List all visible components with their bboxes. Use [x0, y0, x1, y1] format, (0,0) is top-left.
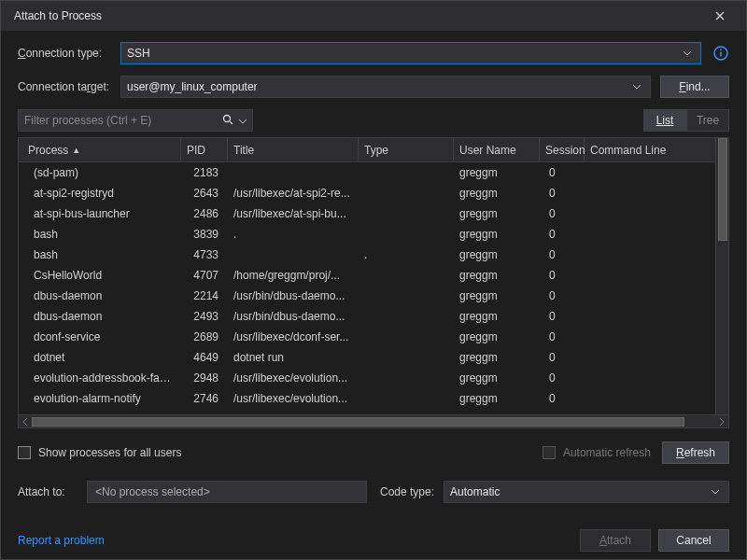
- cell-session: 0: [540, 228, 585, 241]
- cell-session: 0: [540, 187, 585, 200]
- info-icon[interactable]: [712, 45, 729, 62]
- window-title: Attach to Process: [14, 9, 102, 22]
- col-session[interactable]: Session: [540, 138, 585, 161]
- table-row[interactable]: dconf-service2689/usr/libexec/dconf-ser.…: [19, 327, 715, 347]
- code-type-combo[interactable]: Automatic: [444, 481, 729, 503]
- close-button[interactable]: [701, 3, 739, 29]
- scroll-left-icon[interactable]: [19, 415, 32, 428]
- table-row[interactable]: (sd-pam)2183greggm0: [19, 162, 715, 183]
- col-title[interactable]: Title: [228, 138, 359, 161]
- chevron-down-icon[interactable]: [680, 43, 695, 63]
- table-row[interactable]: bash4733.greggm0: [19, 245, 715, 265]
- automatic-refresh-checkbox: Automatic refresh: [543, 446, 651, 459]
- cell-title: /usr/libexec/dconf-ser...: [228, 330, 359, 343]
- connection-target-value: user@my_linux_computer: [127, 80, 258, 93]
- cell-pid: 2214: [181, 289, 228, 302]
- table-row[interactable]: CsHelloWorld4707/home/greggm/proj/...gre…: [19, 265, 715, 286]
- checkbox-icon[interactable]: [18, 446, 31, 459]
- connection-target-combo[interactable]: user@my_linux_computer: [120, 76, 651, 98]
- table-row[interactable]: evolution-addressbook-factory2948/usr/li…: [19, 368, 715, 388]
- table-row[interactable]: dotnet4649dotnet rungreggm0: [19, 347, 715, 368]
- scrollbar-thumb[interactable]: [718, 138, 727, 241]
- cell-title: /home/greggm/proj/...: [228, 269, 359, 282]
- connection-type-combo[interactable]: SSH: [120, 42, 701, 64]
- col-user[interactable]: User Name: [454, 138, 540, 161]
- table-row[interactable]: at-spi-bus-launcher2486/usr/libexec/at-s…: [19, 203, 715, 224]
- scroll-right-icon[interactable]: [715, 415, 728, 428]
- cell-pid: 2643: [181, 187, 228, 200]
- chevron-down-icon[interactable]: [629, 77, 644, 97]
- refresh-button[interactable]: Refresh: [662, 441, 729, 464]
- svg-rect-1: [720, 52, 722, 57]
- cell-user: greggm: [454, 187, 540, 200]
- cell-user: greggm: [454, 166, 540, 179]
- col-pid[interactable]: PID: [181, 138, 228, 161]
- report-problem-link[interactable]: Report a problem: [18, 534, 105, 547]
- svg-rect-2: [720, 49, 722, 51]
- cell-user: greggm: [454, 269, 540, 282]
- show-all-users-label: Show processes for all users: [38, 446, 181, 459]
- cell-user: greggm: [454, 228, 540, 241]
- col-type[interactable]: Type: [359, 138, 454, 161]
- cell-process: dotnet: [19, 351, 181, 364]
- cell-pid: 3839: [181, 228, 228, 241]
- cell-session: 0: [540, 310, 585, 323]
- search-icon[interactable]: [222, 114, 233, 128]
- svg-point-3: [224, 115, 231, 121]
- cancel-button[interactable]: Cancel: [658, 529, 729, 552]
- code-type-label: Code type:: [380, 485, 434, 498]
- checkbox-icon: [543, 446, 556, 459]
- cell-user: greggm: [454, 248, 540, 261]
- find-button[interactable]: Find...: [660, 76, 729, 98]
- filter-input[interactable]: [24, 114, 218, 127]
- cell-pid: 2689: [181, 330, 228, 343]
- cell-process: dbus-daemon: [19, 289, 181, 302]
- cell-user: greggm: [454, 289, 540, 302]
- code-type-value: Automatic: [450, 485, 500, 498]
- close-icon: [715, 11, 725, 21]
- cell-title: dotnet run: [228, 351, 359, 364]
- col-cmd[interactable]: Command Line: [585, 138, 715, 161]
- cell-pid: 4707: [181, 269, 228, 282]
- table-row[interactable]: dbus-daemon2493/usr/bin/dbus-daemo...gre…: [19, 306, 715, 327]
- cell-process: evolution-alarm-notify: [19, 392, 181, 405]
- chevron-down-icon[interactable]: [239, 114, 247, 127]
- connection-target-label: Connection target:: [18, 80, 120, 93]
- cell-session: 0: [540, 371, 585, 385]
- cell-title: /usr/libexec/at-spi2-re...: [228, 187, 359, 200]
- titlebar: Attach to Process: [1, 1, 746, 31]
- tree-view-button[interactable]: Tree: [686, 109, 729, 132]
- horizontal-scrollbar[interactable]: [19, 414, 728, 427]
- table-row[interactable]: dbus-daemon2214/usr/bin/dbus-daemo...gre…: [19, 286, 715, 306]
- cell-user: greggm: [454, 310, 540, 323]
- scrollbar-thumb[interactable]: [32, 417, 684, 427]
- cell-process: at-spi-bus-launcher: [19, 207, 181, 220]
- cell-pid: 2948: [181, 371, 228, 385]
- cell-user: greggm: [454, 392, 540, 405]
- dialog-content: Connection type: SSH Connection target: …: [1, 31, 746, 560]
- table-row[interactable]: bash3839.greggm0: [19, 224, 715, 245]
- cell-pid: 2493: [181, 310, 228, 323]
- sort-ascending-icon: ▲: [72, 146, 80, 155]
- table-body: (sd-pam)2183greggm0at-spi2-registryd2643…: [19, 162, 715, 414]
- cell-process: CsHelloWorld: [19, 269, 181, 282]
- cell-session: 0: [540, 166, 585, 179]
- vertical-scrollbar[interactable]: [715, 138, 728, 414]
- options-row: Show processes for all users Automatic r…: [18, 441, 729, 464]
- list-view-button[interactable]: List: [643, 109, 686, 132]
- cell-session: 0: [540, 330, 585, 343]
- table-row[interactable]: at-spi2-registryd2643/usr/libexec/at-spi…: [19, 183, 715, 203]
- cell-process: at-spi2-registryd: [19, 187, 181, 200]
- cell-session: 0: [540, 207, 585, 220]
- cell-session: 0: [540, 269, 585, 282]
- cell-session: 0: [540, 392, 585, 405]
- cell-type: .: [359, 248, 454, 261]
- col-process[interactable]: Process▲: [19, 138, 181, 161]
- table-row[interactable]: evolution-alarm-notify2746/usr/libexec/e…: [19, 388, 715, 409]
- attach-button: Attach: [580, 529, 651, 552]
- bottom-row: Report a problem Attach Cancel: [18, 529, 729, 560]
- chevron-down-icon[interactable]: [708, 482, 723, 502]
- cell-title: /usr/libexec/evolution...: [228, 392, 359, 405]
- table-header: Process▲ PID Title Type User Name Sessio…: [19, 138, 715, 162]
- show-all-users-checkbox[interactable]: Show processes for all users: [18, 446, 181, 459]
